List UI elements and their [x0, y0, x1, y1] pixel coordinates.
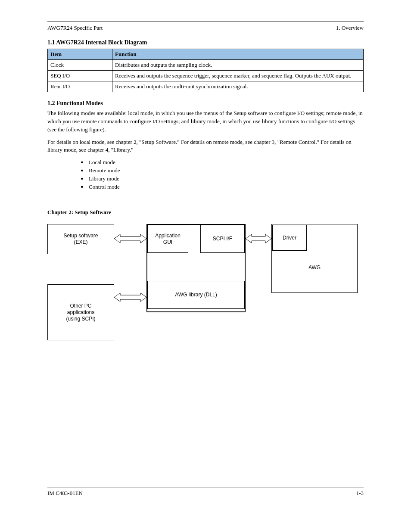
list-item: Remote mode — [81, 167, 364, 175]
block-application-gui: Application GUI — [147, 225, 188, 253]
block-line: Setup software — [63, 233, 98, 239]
block-line: AWG library (DLL) — [175, 292, 217, 298]
block-line: SCPI I/F — [213, 236, 232, 242]
figure-reference-line: Chapter 2: Setup Software — [47, 208, 364, 217]
block-driver: Driver — [272, 225, 307, 251]
bidirectional-arrow-icon — [246, 233, 271, 244]
cell-item: Rear I/O — [48, 81, 112, 92]
block-line: GUI — [163, 239, 172, 245]
block-other-apps: Other PC applications (using SCPI) — [47, 284, 114, 340]
block-line: (using SCPI) — [66, 316, 95, 322]
header-left: AWG7R24 Specific Part — [47, 25, 103, 31]
block-label: AWG — [308, 264, 321, 271]
para-modes-intro: The following modes are available: local… — [47, 109, 364, 134]
block-setup-software: Setup software (EXE) — [47, 224, 114, 254]
para-modes-refs: For details on local mode, see chapter 2… — [47, 138, 364, 155]
table-row: SEQ I/O Receives and outputs the sequenc… — [48, 71, 364, 81]
cell-function: Distributes and outputs the sampling clo… — [112, 60, 364, 71]
table-header-item: Item — [48, 49, 112, 60]
functional-modes-figure: Setup software (EXE) Other PC applicatio… — [47, 224, 358, 353]
table-row: Rear I/O Receives and outputs the multi-… — [48, 81, 364, 92]
bidirectional-arrow-icon — [114, 233, 146, 244]
cell-function: Receives and outputs the multi-unit sync… — [112, 81, 364, 92]
block-line: Application — [155, 233, 181, 239]
table-header-function: Function — [112, 49, 364, 60]
page-footer: IM C483-01EN 1-3 — [47, 488, 364, 497]
mode-list: Local mode Remote mode Library mode Cont… — [81, 159, 364, 191]
block-line: Driver — [283, 235, 296, 241]
block-line: (EXE) — [74, 239, 87, 245]
header-right: 1. Overview — [336, 25, 364, 31]
svg-marker-2 — [246, 234, 271, 243]
list-item: Local mode — [81, 159, 364, 167]
block-awg-library: AWG library (DLL) — [147, 281, 245, 309]
section-title-block-diagram: 1.1 AWG7R24 Internal Block Diagram — [47, 39, 364, 46]
bidirectional-arrow-icon — [114, 292, 146, 302]
section-title-functional-modes: 1.2 Functional Modes — [47, 100, 364, 107]
svg-marker-1 — [114, 293, 146, 302]
list-item: Control mode — [81, 183, 364, 191]
block-diagram-table: Item Function Clock Distributes and outp… — [47, 49, 364, 92]
table-row: Clock Distributes and outputs the sampli… — [48, 60, 364, 71]
page-header: AWG7R24 Specific Part 1. Overview — [47, 25, 364, 31]
cell-item: Clock — [48, 60, 112, 71]
list-item: Library mode — [81, 175, 364, 183]
cell-item: SEQ I/O — [48, 71, 112, 81]
footer-left: IM C483-01EN — [47, 490, 83, 497]
footer-right: 1-3 — [356, 490, 364, 497]
block-line: Other PC — [70, 303, 91, 309]
svg-marker-0 — [114, 234, 146, 243]
cell-function: Receives and outputs the sequence trigge… — [112, 71, 364, 81]
block-line: applications — [67, 309, 94, 315]
block-scpi-if: SCPI I/F — [200, 225, 245, 253]
